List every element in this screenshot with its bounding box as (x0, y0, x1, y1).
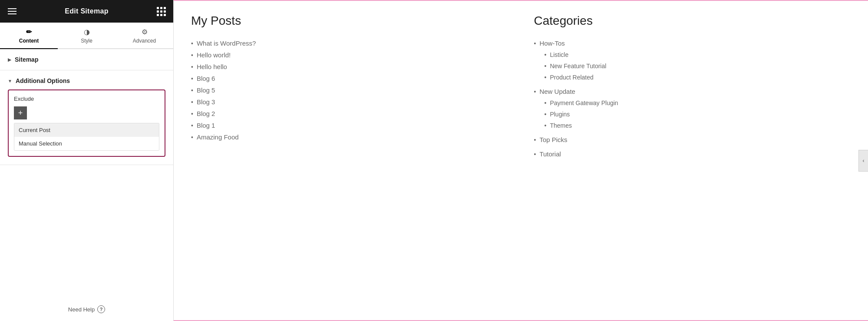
plus-icon: + (18, 109, 23, 117)
list-item: Tutorial (534, 148, 851, 160)
category-how-tos: How-Tos Listicle New Feature Tutorial Pr… (534, 37, 851, 83)
category-tutorial: Tutorial (534, 148, 851, 160)
list-item: Blog 2 (191, 108, 508, 119)
panel-title: Edit Sitemap (65, 7, 109, 15)
list-item: Listicle (545, 49, 851, 60)
tab-advanced[interactable]: ⚙ Advanced (116, 23, 173, 49)
category-top-list: Tutorial (534, 148, 851, 160)
additional-options-label: Additional Options (16, 77, 70, 84)
category-top-picks: Top Picks (534, 134, 851, 146)
tabs-bar: ✏ Content ◑ Style ⚙ Advanced (0, 23, 173, 49)
add-exclude-button[interactable]: + (14, 106, 27, 119)
list-item: New Feature Tutorial (545, 60, 851, 72)
halfcircle-icon: ◑ (84, 28, 90, 36)
additional-options-section: ▼ Additional Options Exclude + Current P… (0, 70, 173, 165)
list-item: Blog 5 (191, 84, 508, 96)
list-item: Plugins (545, 109, 851, 120)
list-item: Product Related (545, 72, 851, 83)
need-help-section[interactable]: Need Help ? (0, 298, 173, 321)
exclude-dropdown-list: Current Post Manual Selection (14, 123, 159, 151)
list-item: Themes (545, 120, 851, 131)
hamburger-icon[interactable] (8, 8, 17, 14)
tab-style-label: Style (81, 38, 92, 44)
tab-style[interactable]: ◑ Style (58, 23, 116, 49)
list-item: What is WordPress? (191, 37, 508, 49)
dropdown-item-manual-selection[interactable]: Manual Selection (14, 137, 159, 150)
pencil-icon: ✏ (26, 28, 32, 36)
grid-icon[interactable] (157, 7, 165, 16)
category-top-list: Top Picks (534, 134, 851, 146)
my-posts-title: My Posts (191, 14, 508, 28)
additional-options-header[interactable]: ▼ Additional Options (8, 70, 165, 89)
category-sub-list: Listicle New Feature Tutorial Product Re… (534, 49, 851, 83)
list-item: New Update (534, 86, 851, 97)
list-item: Hello world! (191, 49, 508, 61)
list-item: Top Picks (534, 134, 851, 146)
dropdown-item-current-post[interactable]: Current Post (14, 123, 159, 137)
my-posts-list: What is WordPress? Hello world! Hello he… (191, 37, 508, 143)
tab-content-label: Content (19, 38, 39, 44)
categories-column: Categories How-Tos Listicle New Feature … (534, 14, 851, 307)
left-panel: Edit Sitemap ✏ Content ◑ Style ⚙ Advance… (0, 0, 174, 321)
category-top-list: New Update (534, 86, 851, 97)
exclude-label: Exclude (14, 96, 159, 102)
sitemap-section-label: Sitemap (15, 56, 38, 63)
list-item: Payment Gateway Plugin (545, 97, 851, 109)
collapse-toggle-button[interactable]: ‹ (858, 150, 868, 172)
right-area: My Posts What is WordPress? Hello world!… (174, 0, 868, 321)
list-item: Blog 1 (191, 119, 508, 131)
content-area: My Posts What is WordPress? Hello world!… (174, 1, 868, 320)
category-top-list: How-Tos (534, 37, 851, 49)
list-item: Blog 6 (191, 73, 508, 84)
list-item: How-Tos (534, 37, 851, 49)
gear-icon: ⚙ (142, 28, 148, 36)
tab-content[interactable]: ✏ Content (0, 23, 58, 49)
tab-advanced-label: Advanced (133, 38, 156, 44)
categories-title: Categories (534, 14, 851, 28)
category-new-update: New Update Payment Gateway Plugin Plugin… (534, 86, 851, 131)
list-item: Hello hello (191, 61, 508, 73)
chevron-right-icon: ▶ (8, 57, 11, 62)
panel-content: ▶ Sitemap ▼ Additional Options Exclude +… (0, 49, 173, 298)
top-bar: Edit Sitemap (0, 0, 173, 23)
list-item: Amazing Food (191, 131, 508, 143)
sitemap-section-header[interactable]: ▶ Sitemap (0, 49, 173, 70)
list-item: Blog 3 (191, 96, 508, 108)
chevron-down-icon: ▼ (8, 79, 12, 83)
help-circle-icon: ? (97, 305, 105, 313)
exclude-box: Exclude + Current Post Manual Selection (8, 89, 165, 157)
my-posts-column: My Posts What is WordPress? Hello world!… (191, 14, 508, 307)
chevron-left-icon: ‹ (863, 158, 865, 164)
category-sub-list: Payment Gateway Plugin Plugins Themes (534, 97, 851, 131)
need-help-label: Need Help (68, 306, 95, 313)
